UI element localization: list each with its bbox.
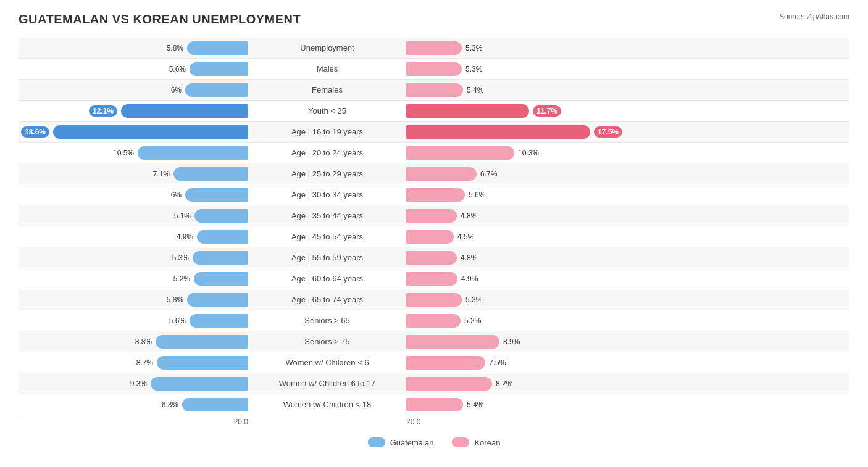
value-left: 6% bbox=[171, 191, 182, 199]
value-left: 10.5% bbox=[113, 149, 134, 157]
table-row: 6% Age | 30 to 34 years 5.6% bbox=[19, 184, 849, 205]
row-label: Age | 20 to 24 years bbox=[253, 148, 401, 157]
legend-guatemalan-box bbox=[368, 437, 385, 447]
bar-right bbox=[406, 188, 465, 202]
table-row: 5.1% Age | 35 to 44 years 4.8% bbox=[19, 205, 849, 226]
bar-right bbox=[406, 251, 457, 265]
value-left: 4.9% bbox=[177, 233, 193, 241]
rows-container: 5.8% Unemployment 5.3% 5.6% Males 5.3% 6… bbox=[19, 38, 849, 415]
bar-right bbox=[406, 62, 462, 76]
value-right: 5.3% bbox=[465, 295, 482, 304]
table-row: 5.2% Age | 60 to 64 years 4.9% bbox=[19, 268, 849, 289]
value-left: 5.3% bbox=[172, 254, 189, 262]
right-section: 4.9% bbox=[401, 272, 636, 286]
value-right: 5.3% bbox=[465, 44, 482, 52]
value-left: 8.8% bbox=[135, 337, 152, 346]
bar-left bbox=[190, 314, 248, 328]
value-right: 5.4% bbox=[467, 86, 483, 94]
row-label: Unemployment bbox=[253, 43, 401, 52]
table-row: 5.6% Males 5.3% bbox=[19, 59, 849, 80]
left-section: 9.3% bbox=[19, 377, 253, 391]
legend-korean-label: Korean bbox=[474, 438, 500, 447]
row-label: Age | 25 to 29 years bbox=[253, 169, 401, 178]
chart-header: GUATEMALAN VS KOREAN UNEMPLOYMENT Source… bbox=[19, 12, 849, 27]
bar-right bbox=[406, 335, 499, 349]
value-right: 8.2% bbox=[496, 379, 512, 388]
bar-left bbox=[197, 230, 248, 244]
bar-right bbox=[406, 293, 462, 307]
bar-right bbox=[406, 272, 457, 286]
row-label: Women w/ Children < 18 bbox=[253, 400, 401, 409]
bar-left bbox=[185, 83, 248, 97]
bar-left bbox=[185, 188, 248, 202]
bar-right bbox=[406, 125, 590, 139]
bar-left bbox=[121, 104, 248, 118]
chart-source: Source: ZipAtlas.com bbox=[779, 12, 849, 21]
bar-left bbox=[193, 251, 248, 265]
value-left: 5.6% bbox=[169, 65, 186, 73]
right-section: 5.2% bbox=[401, 314, 636, 328]
row-label: Age | 45 to 54 years bbox=[253, 232, 401, 241]
legend-korean-box bbox=[452, 437, 469, 447]
right-section: 5.3% bbox=[401, 293, 636, 307]
table-row: 10.5% Age | 20 to 24 years 10.3% bbox=[19, 143, 849, 163]
value-right: 11.7% bbox=[533, 105, 561, 117]
row-label: Males bbox=[253, 64, 401, 73]
bar-right bbox=[406, 104, 529, 118]
legend-guatemalan-label: Guatemalan bbox=[390, 438, 434, 447]
left-section: 4.9% bbox=[19, 230, 253, 244]
table-row: 4.9% Age | 45 to 54 years 4.5% bbox=[19, 226, 849, 247]
value-left: 7.1% bbox=[153, 170, 170, 178]
right-section: 5.4% bbox=[401, 83, 636, 97]
bar-left bbox=[157, 356, 248, 370]
right-section: 4.8% bbox=[401, 251, 636, 265]
value-left: 5.8% bbox=[167, 295, 183, 304]
bar-right bbox=[406, 83, 463, 97]
value-right: 5.3% bbox=[465, 65, 482, 73]
left-section: 18.6% bbox=[19, 125, 253, 139]
left-section: 8.8% bbox=[19, 335, 253, 349]
row-label: Age | 55 to 59 years bbox=[253, 253, 401, 262]
row-label: Age | 16 to 19 years bbox=[253, 127, 401, 136]
left-section: 8.7% bbox=[19, 356, 253, 370]
right-section: 4.5% bbox=[401, 230, 636, 244]
value-left: 5.8% bbox=[167, 44, 183, 52]
right-section: 8.2% bbox=[401, 377, 636, 391]
table-row: 6.3% Women w/ Children < 18 5.4% bbox=[19, 394, 849, 415]
right-section: 8.9% bbox=[401, 335, 636, 349]
row-label: Women w/ Children < 6 bbox=[253, 358, 401, 367]
bar-right bbox=[406, 41, 462, 55]
table-row: 12.1% Youth < 25 11.7% bbox=[19, 101, 849, 122]
left-section: 7.1% bbox=[19, 167, 253, 181]
bar-left bbox=[194, 272, 248, 286]
table-row: 9.3% Women w/ Children 6 to 17 8.2% bbox=[19, 373, 849, 394]
value-right: 4.8% bbox=[461, 254, 477, 262]
value-right: 5.6% bbox=[469, 191, 485, 199]
left-section: 10.5% bbox=[19, 146, 253, 160]
legend-korean: Korean bbox=[452, 437, 500, 447]
value-left: 9.3% bbox=[130, 379, 147, 388]
value-right: 8.9% bbox=[503, 337, 520, 346]
table-row: 18.6% Age | 16 to 19 years 17.5% bbox=[19, 122, 849, 143]
value-left: 5.2% bbox=[173, 275, 190, 283]
left-section: 5.3% bbox=[19, 251, 253, 265]
bar-right bbox=[406, 230, 454, 244]
table-row: 5.8% Age | 65 to 74 years 5.3% bbox=[19, 289, 849, 310]
bar-left bbox=[173, 167, 248, 181]
bar-left bbox=[151, 377, 248, 391]
value-right: 7.5% bbox=[489, 358, 506, 367]
bar-left bbox=[182, 398, 248, 411]
chart-title: GUATEMALAN VS KOREAN UNEMPLOYMENT bbox=[19, 12, 301, 27]
bar-right bbox=[406, 209, 457, 223]
row-label: Seniors > 65 bbox=[253, 316, 401, 325]
value-right: 4.9% bbox=[461, 275, 478, 283]
legend-container: Guatemalan Korean bbox=[19, 437, 849, 447]
value-left: 5.1% bbox=[174, 212, 191, 220]
right-section: 5.3% bbox=[401, 62, 636, 76]
axis-right-label: 20.0 bbox=[401, 418, 636, 426]
left-section: 12.1% bbox=[19, 104, 253, 118]
row-label: Youth < 25 bbox=[253, 106, 401, 115]
bar-right bbox=[406, 146, 514, 160]
bar-left bbox=[187, 41, 248, 55]
right-section: 6.7% bbox=[401, 167, 636, 181]
